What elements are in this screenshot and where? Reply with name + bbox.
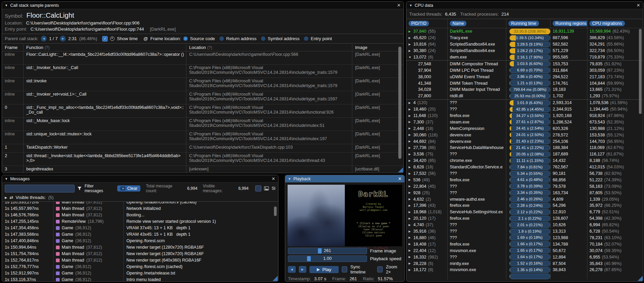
- expand-icon[interactable]: ▶: [409, 217, 413, 220]
- expand-icon[interactable]: ▶: [409, 191, 413, 194]
- filter-input[interactable]: [5, 185, 75, 193]
- close-icon[interactable]: ✕: [398, 177, 402, 181]
- option-return-address[interactable]: Return address: [226, 36, 257, 41]
- radio-symbol-address[interactable]: [261, 36, 265, 41]
- cpu-row[interactable]: ▶18,172(8)msvsmon.exe1.35 s (0.14%)38,84…: [407, 267, 643, 273]
- location-cell[interactable]: C:\Users\wolf\Desktop\darkrl\src\game\fl…: [186, 51, 352, 64]
- expand-icon[interactable]: ▶: [409, 108, 413, 111]
- callstack-row[interactable]: 0std::_Func_impl_no_alloc<<lambda_5bc224…: [2, 104, 403, 118]
- expand-icon[interactable]: ▶: [409, 127, 413, 130]
- cpu-row[interactable]: ▶4,632(2)vmware-authd.exe2.46 s (0.26%)4…: [407, 196, 643, 202]
- expand-icon[interactable]: ▶: [409, 236, 413, 239]
- expand-icon[interactable]: ▶: [409, 268, 413, 271]
- collapse-icon[interactable]: ▼: [288, 177, 291, 181]
- function-cell[interactable]: std::thread::_Invoke<std::tuple<<lambda_…: [23, 153, 186, 166]
- cpu-row[interactable]: ▶28,228(5)mintty.exe1.52 s (0.16%)87,504…: [407, 260, 643, 267]
- expand-icon[interactable]: ▶: [409, 198, 413, 201]
- location-cell[interactable]: C:\Program Files (x86)\Microsoft Visual …: [186, 65, 352, 78]
- callstack-row[interactable]: inlinestd::_Mutex_base::lockC:\Program F…: [2, 118, 403, 131]
- message-row[interactable]: 1s 145,557,997nsMain thread(37,812)Netwo…: [2, 205, 278, 212]
- cpu-row[interactable]: [407, 273, 643, 280]
- function-cell[interactable]: std::invoke: [23, 78, 186, 91]
- cpu-row[interactable]: ▶18,968(1,018)ServiceHub.SettingsHost.ex…: [407, 209, 643, 215]
- expand-icon[interactable]: ▶: [409, 146, 413, 149]
- expand-icon[interactable]: ▶: [409, 153, 413, 156]
- prev-frame-button[interactable]: ◀: [288, 266, 296, 273]
- message-row[interactable]: 1s 150,994,64nsMain thread(37,812)New re…: [2, 244, 278, 251]
- callstack-row[interactable]: 1TaskDispatch::WorkerC:\Users\wolf\Deskt…: [2, 144, 403, 153]
- expand-icon[interactable]: ▼: [409, 56, 413, 59]
- resize-grip[interactable]: [273, 276, 278, 281]
- message-row[interactable]: 1s 147,383,566nsGame(36,912)VRAM 43x45: …: [2, 231, 278, 238]
- expand-icon[interactable]: ▶: [409, 185, 413, 188]
- location-cell[interactable]: C:\Program Files (x86)\Microsoft Visual …: [186, 78, 352, 91]
- location-cell[interactable]: [unknown]: [186, 166, 352, 173]
- callstack-titlebar[interactable]: ▼ Call stack sample parents ✕: [2, 2, 403, 9]
- cpu-row[interactable]: 27,800ntdll.dll25.93 ms (0.00%)1,7021,29…: [407, 93, 643, 99]
- next-parent-button[interactable]: ▶: [60, 36, 66, 41]
- cpu-row[interactable]: ▶16,880(46)???1.69 s (0.18%)123,98878,23…: [407, 235, 643, 241]
- cpu-row[interactable]: ▶44,692(84)devenv.exe21.43 s (2.23%)254,…: [407, 138, 643, 145]
- radio-source-code[interactable]: [183, 36, 188, 41]
- cpu-row[interactable]: 27,548DWM Compositor Thread1:03.5 (6.60%…: [407, 60, 643, 67]
- col-cpu-migrations[interactable]: CPU migrations: [589, 21, 625, 26]
- play-button[interactable]: ▶ Play: [309, 266, 339, 273]
- callstack-row[interactable]: 2std::thread::_Invoke<std::tuple<<lambda…: [2, 153, 403, 166]
- cpu-row[interactable]: 34,028DWM Master Input Thread799.64 ms (…: [407, 86, 643, 93]
- cpu-row[interactable]: ▶37,840(55)DarkRL.exe33:30.8 (208.96%)16…: [407, 28, 643, 35]
- expand-icon[interactable]: ▶: [409, 166, 413, 169]
- next-frame-button[interactable]: ▶: [299, 266, 307, 273]
- zoom-2x-checkbox[interactable]: [377, 266, 383, 272]
- option-source-code[interactable]: Source code: [190, 36, 215, 41]
- expand-icon[interactable]: ▶: [409, 30, 413, 33]
- location-cell[interactable]: C:\Program Files (x86)\Microsoft Visual …: [186, 118, 352, 131]
- expand-icon[interactable]: ▶: [409, 120, 413, 123]
- message-row[interactable]: 1s 147,255,145nsRemoteView(18,796)Remote…: [2, 218, 278, 225]
- expand-icon[interactable]: ▶: [409, 178, 413, 181]
- cpu-row[interactable]: ▶30,380(24)ScriptedSandbox64.exe1:28.2 (…: [407, 48, 643, 54]
- playback-titlebar[interactable]: ▼ Playback ✕: [285, 175, 404, 183]
- location-cell[interactable]: C:\Program Files (x86)\Microsoft Visual …: [186, 91, 352, 104]
- expand-icon[interactable]: ▶: [409, 223, 413, 227]
- cpu-row[interactable]: ▶45,620(24)Tracy.exe1:39.5 (10.34%)887,5…: [407, 35, 643, 41]
- expand-icon[interactable]: ▶: [409, 114, 413, 117]
- playback-speed-slider[interactable]: 1.00: [288, 255, 367, 262]
- location-cell[interactable]: C:\Program Files (x86)\Microsoft Visual …: [186, 104, 352, 117]
- visible-threads-row[interactable]: ▶ ⇄ Visible threads: (5): [2, 194, 278, 201]
- cpu-row[interactable]: ▶22,804(45)???3.78 s (0.39%)79,57858,163…: [407, 183, 643, 189]
- slider-handle[interactable]: [318, 248, 322, 253]
- radio-entry-point[interactable]: [304, 36, 308, 41]
- col-running-time[interactable]: Running time: [508, 21, 539, 26]
- cpu-row[interactable]: ▶18,460(20)???42.85 s (4.45%)2,344,9151,…: [407, 106, 643, 113]
- function-cell[interactable]: std::_Invoker_ret<void,1>::_Call: [23, 91, 186, 104]
- collapse-icon[interactable]: ▼: [5, 177, 8, 181]
- expand-icon[interactable]: ▶: [409, 101, 413, 104]
- close-icon[interactable]: ✕: [397, 3, 401, 7]
- cpu-row[interactable]: ▶30,060(116)devenv.exe24.01 s (2.50%)278…: [407, 132, 643, 138]
- cpu-row[interactable]: ▶20,120(17)firefox.exe2.1 s (0.22%)128,6…: [407, 215, 643, 222]
- expand-icon[interactable]: ▶: [409, 211, 413, 214]
- function-cell[interactable]: Floor::CalcLight::__l4::<lambda_5bc224f1…: [23, 51, 186, 64]
- cpu-row[interactable]: ▶3,536(75)???20.05 s (2.08%)187,689116,1…: [407, 151, 643, 157]
- message-row[interactable]: 1s 147,400,846nsGame(36,912)Opening /for…: [2, 238, 278, 244]
- cpu-row[interactable]: ▶27,736(88)ServiceHub.DataWarehouse21.41…: [407, 145, 643, 151]
- cpu-row[interactable]: 38,000uDWM Event Thread3.86 s (0.40%)294…: [407, 73, 643, 80]
- expand-icon[interactable]: ▶: [409, 249, 413, 252]
- prev-parent-button[interactable]: ◀: [41, 36, 47, 41]
- radio-return-address[interactable]: [219, 36, 224, 41]
- callstack-row[interactable]: inlinestd::unique_lock<std::mutex>::lock…: [2, 131, 403, 144]
- callstack-row[interactable]: inlinestd::_Invoker_functor::_CallC:\Pro…: [2, 65, 403, 78]
- function-cell[interactable]: std::_Invoker_functor::_Call: [23, 65, 186, 78]
- cpu-row[interactable]: ▶22,404(12)msvsmon.exe1.65 s (0.17%)50,6…: [407, 247, 643, 254]
- show-time-checkbox[interactable]: ✓: [102, 36, 108, 41]
- collapse-icon[interactable]: ▼: [409, 4, 412, 7]
- expand-icon[interactable]: ▶: [409, 255, 413, 259]
- function-cell[interactable]: std::_Mutex_base::lock: [23, 118, 186, 131]
- function-cell[interactable]: beginthreadex: [23, 166, 186, 173]
- callstack-row[interactable]: inlinestd::invokeC:\Program Files (x86)\…: [2, 78, 403, 91]
- cpu-row[interactable]: 41,348DWM Token Thread1.21 s (0.13%)174,…: [407, 80, 643, 86]
- expand-icon[interactable]: ▶: [409, 243, 413, 246]
- function-cell[interactable]: TaskDispatch::Worker: [23, 144, 186, 152]
- callstack-row[interactable]: inlinestd::_Invoker_ret<void,1>::_CallC:…: [2, 91, 403, 104]
- expand-icon[interactable]: ▶: [5, 196, 7, 199]
